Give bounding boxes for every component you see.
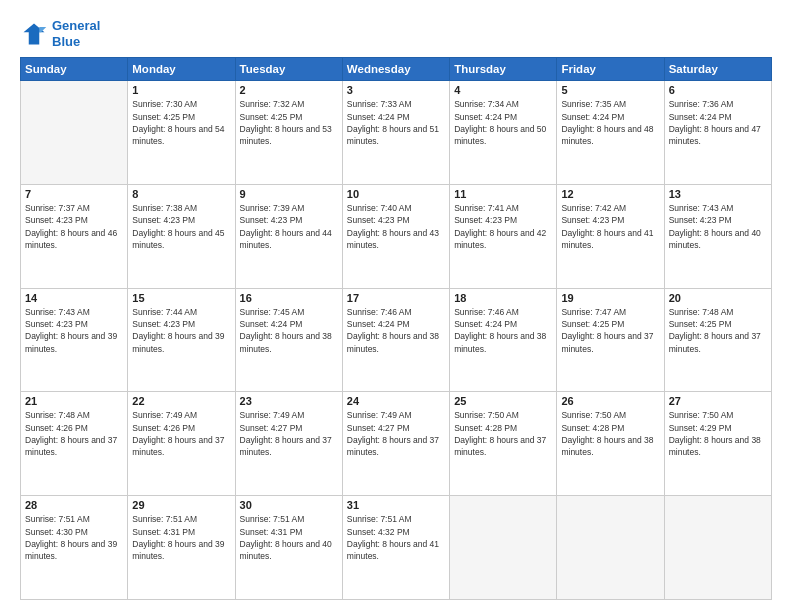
day-info: Sunrise: 7:33 AMSunset: 4:24 PMDaylight:… [347,98,445,147]
day-number: 10 [347,188,445,200]
day-cell: 19Sunrise: 7:47 AMSunset: 4:25 PMDayligh… [557,288,664,392]
day-info: Sunrise: 7:35 AMSunset: 4:24 PMDaylight:… [561,98,659,147]
day-cell: 1Sunrise: 7:30 AMSunset: 4:25 PMDaylight… [128,81,235,185]
day-info: Sunrise: 7:50 AMSunset: 4:28 PMDaylight:… [454,409,552,458]
day-number: 9 [240,188,338,200]
day-info: Sunrise: 7:50 AMSunset: 4:28 PMDaylight:… [561,409,659,458]
day-cell [21,81,128,185]
day-info: Sunrise: 7:43 AMSunset: 4:23 PMDaylight:… [669,202,767,251]
day-number: 21 [25,395,123,407]
day-cell: 24Sunrise: 7:49 AMSunset: 4:27 PMDayligh… [342,392,449,496]
day-info: Sunrise: 7:34 AMSunset: 4:24 PMDaylight:… [454,98,552,147]
day-number: 8 [132,188,230,200]
day-info: Sunrise: 7:48 AMSunset: 4:25 PMDaylight:… [669,306,767,355]
svg-marker-0 [24,23,45,44]
day-info: Sunrise: 7:32 AMSunset: 4:25 PMDaylight:… [240,98,338,147]
day-info: Sunrise: 7:46 AMSunset: 4:24 PMDaylight:… [454,306,552,355]
weekday-monday: Monday [128,58,235,81]
day-number: 19 [561,292,659,304]
day-number: 7 [25,188,123,200]
page: General Blue SundayMondayTuesdayWednesda… [0,0,792,612]
day-cell: 18Sunrise: 7:46 AMSunset: 4:24 PMDayligh… [450,288,557,392]
day-number: 5 [561,84,659,96]
weekday-tuesday: Tuesday [235,58,342,81]
calendar-body: 1Sunrise: 7:30 AMSunset: 4:25 PMDaylight… [21,81,772,600]
day-info: Sunrise: 7:48 AMSunset: 4:26 PMDaylight:… [25,409,123,458]
day-info: Sunrise: 7:42 AMSunset: 4:23 PMDaylight:… [561,202,659,251]
day-number: 24 [347,395,445,407]
day-info: Sunrise: 7:51 AMSunset: 4:31 PMDaylight:… [240,513,338,562]
logo-icon [20,20,48,48]
day-cell: 8Sunrise: 7:38 AMSunset: 4:23 PMDaylight… [128,184,235,288]
day-cell: 7Sunrise: 7:37 AMSunset: 4:23 PMDaylight… [21,184,128,288]
day-info: Sunrise: 7:44 AMSunset: 4:23 PMDaylight:… [132,306,230,355]
day-info: Sunrise: 7:36 AMSunset: 4:24 PMDaylight:… [669,98,767,147]
day-number: 4 [454,84,552,96]
day-cell: 12Sunrise: 7:42 AMSunset: 4:23 PMDayligh… [557,184,664,288]
day-info: Sunrise: 7:45 AMSunset: 4:24 PMDaylight:… [240,306,338,355]
day-cell: 3Sunrise: 7:33 AMSunset: 4:24 PMDaylight… [342,81,449,185]
day-cell: 16Sunrise: 7:45 AMSunset: 4:24 PMDayligh… [235,288,342,392]
day-cell: 22Sunrise: 7:49 AMSunset: 4:26 PMDayligh… [128,392,235,496]
day-number: 20 [669,292,767,304]
day-number: 1 [132,84,230,96]
day-info: Sunrise: 7:47 AMSunset: 4:25 PMDaylight:… [561,306,659,355]
day-number: 22 [132,395,230,407]
day-number: 31 [347,499,445,511]
weekday-sunday: Sunday [21,58,128,81]
day-cell: 23Sunrise: 7:49 AMSunset: 4:27 PMDayligh… [235,392,342,496]
day-cell: 6Sunrise: 7:36 AMSunset: 4:24 PMDaylight… [664,81,771,185]
day-number: 28 [25,499,123,511]
day-number: 17 [347,292,445,304]
day-cell: 20Sunrise: 7:48 AMSunset: 4:25 PMDayligh… [664,288,771,392]
logo-text: General Blue [52,18,100,49]
day-info: Sunrise: 7:30 AMSunset: 4:25 PMDaylight:… [132,98,230,147]
day-cell: 30Sunrise: 7:51 AMSunset: 4:31 PMDayligh… [235,496,342,600]
week-row-5: 28Sunrise: 7:51 AMSunset: 4:30 PMDayligh… [21,496,772,600]
logo: General Blue [20,18,100,49]
day-number: 2 [240,84,338,96]
day-number: 30 [240,499,338,511]
day-info: Sunrise: 7:38 AMSunset: 4:23 PMDaylight:… [132,202,230,251]
day-number: 26 [561,395,659,407]
day-info: Sunrise: 7:37 AMSunset: 4:23 PMDaylight:… [25,202,123,251]
calendar-table: SundayMondayTuesdayWednesdayThursdayFrid… [20,57,772,600]
day-number: 11 [454,188,552,200]
day-cell: 27Sunrise: 7:50 AMSunset: 4:29 PMDayligh… [664,392,771,496]
day-info: Sunrise: 7:41 AMSunset: 4:23 PMDaylight:… [454,202,552,251]
day-cell [557,496,664,600]
week-row-4: 21Sunrise: 7:48 AMSunset: 4:26 PMDayligh… [21,392,772,496]
day-cell: 29Sunrise: 7:51 AMSunset: 4:31 PMDayligh… [128,496,235,600]
day-cell: 15Sunrise: 7:44 AMSunset: 4:23 PMDayligh… [128,288,235,392]
day-info: Sunrise: 7:49 AMSunset: 4:27 PMDaylight:… [240,409,338,458]
day-cell: 2Sunrise: 7:32 AMSunset: 4:25 PMDaylight… [235,81,342,185]
header: General Blue [20,18,772,49]
day-number: 3 [347,84,445,96]
day-info: Sunrise: 7:51 AMSunset: 4:30 PMDaylight:… [25,513,123,562]
weekday-wednesday: Wednesday [342,58,449,81]
day-cell: 5Sunrise: 7:35 AMSunset: 4:24 PMDaylight… [557,81,664,185]
day-number: 25 [454,395,552,407]
day-info: Sunrise: 7:51 AMSunset: 4:31 PMDaylight:… [132,513,230,562]
day-number: 29 [132,499,230,511]
day-info: Sunrise: 7:46 AMSunset: 4:24 PMDaylight:… [347,306,445,355]
day-number: 15 [132,292,230,304]
day-number: 12 [561,188,659,200]
day-info: Sunrise: 7:49 AMSunset: 4:27 PMDaylight:… [347,409,445,458]
day-cell [664,496,771,600]
week-row-3: 14Sunrise: 7:43 AMSunset: 4:23 PMDayligh… [21,288,772,392]
day-cell: 21Sunrise: 7:48 AMSunset: 4:26 PMDayligh… [21,392,128,496]
day-cell: 10Sunrise: 7:40 AMSunset: 4:23 PMDayligh… [342,184,449,288]
day-info: Sunrise: 7:43 AMSunset: 4:23 PMDaylight:… [25,306,123,355]
day-number: 23 [240,395,338,407]
day-number: 16 [240,292,338,304]
weekday-friday: Friday [557,58,664,81]
day-number: 27 [669,395,767,407]
day-number: 18 [454,292,552,304]
day-cell: 17Sunrise: 7:46 AMSunset: 4:24 PMDayligh… [342,288,449,392]
day-cell: 4Sunrise: 7:34 AMSunset: 4:24 PMDaylight… [450,81,557,185]
week-row-2: 7Sunrise: 7:37 AMSunset: 4:23 PMDaylight… [21,184,772,288]
day-number: 6 [669,84,767,96]
weekday-thursday: Thursday [450,58,557,81]
day-cell: 14Sunrise: 7:43 AMSunset: 4:23 PMDayligh… [21,288,128,392]
